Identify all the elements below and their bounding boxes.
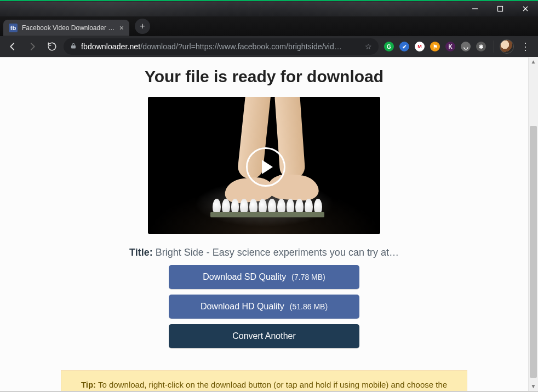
lock-icon — [70, 42, 77, 51]
window-minimize-button[interactable] — [462, 1, 488, 16]
tab-title: Facebook Video Downloader - FB… — [22, 24, 115, 32]
extension-check-icon[interactable]: ✔ — [399, 42, 409, 51]
tip-text: To download, right-click on the download… — [98, 380, 447, 391]
address-bar[interactable]: fbdownloader.net/download/?url=https://w… — [64, 38, 379, 55]
favicon-icon: fb — [9, 24, 18, 32]
page-heading: Your file is ready for download — [145, 67, 384, 86]
browser-tabstrip: fb Facebook Video Downloader - FB… × + — [0, 16, 538, 36]
extension-pocket-icon[interactable]: ◡ — [461, 42, 471, 51]
video-title: Bright Side - Easy science experiments y… — [156, 247, 399, 258]
video-thumbnail[interactable] — [148, 97, 380, 234]
page-content: Your file is ready for download Title: B… — [0, 57, 528, 391]
download-sd-label: Download SD Quality — [203, 272, 286, 282]
play-icon[interactable] — [246, 147, 285, 187]
window-close-button[interactable] — [513, 1, 538, 16]
tip-label: Tip: — [81, 380, 96, 389]
browser-toolbar: fbdownloader.net/download/?url=https://w… — [0, 36, 538, 57]
window-titlebar — [0, 0, 538, 16]
back-button[interactable] — [4, 38, 21, 55]
download-hd-label: Download HD Quality — [201, 302, 284, 312]
browser-tab[interactable]: fb Facebook Video Downloader - FB… × — [3, 20, 129, 36]
extension-orange-icon[interactable]: ⚑ — [430, 42, 440, 51]
extension-gmail-icon[interactable]: M — [415, 42, 425, 51]
forward-button[interactable] — [24, 38, 41, 55]
extension-grammarly-icon[interactable]: G — [384, 42, 394, 51]
convert-another-label: Convert Another — [232, 331, 296, 341]
tab-close-icon[interactable]: × — [119, 24, 124, 32]
scroll-up-arrow-icon[interactable]: ▲ — [529, 57, 538, 66]
window-maximize-button[interactable] — [488, 1, 513, 16]
reload-button[interactable] — [44, 38, 60, 55]
vertical-scrollbar[interactable]: ▲ ▼ — [528, 57, 538, 391]
svg-rect-1 — [498, 7, 503, 11]
new-tab-button[interactable]: + — [135, 19, 150, 34]
extension-shield-icon[interactable]: ✱ — [476, 42, 486, 51]
extension-icons: G ✔ M ⚑ K ◡ ✱ — [382, 42, 488, 51]
browser-menu-button[interactable]: ⋮ — [517, 41, 534, 53]
profile-avatar[interactable] — [500, 39, 514, 54]
tip-box: Tip: To download, right-click on the dow… — [61, 370, 467, 391]
toolbar-separator — [494, 41, 494, 53]
extension-k-icon[interactable]: K — [445, 42, 455, 51]
download-hd-button[interactable]: Download HD Quality (51.86 MB) — [169, 295, 359, 319]
bookmark-star-icon[interactable]: ☆ — [365, 42, 372, 51]
download-sd-size: (7.78 MB) — [291, 273, 325, 281]
download-hd-size: (51.86 MB) — [290, 302, 328, 311]
video-title-row: Title: Bright Side - Easy science experi… — [129, 247, 399, 258]
convert-another-button[interactable]: Convert Another — [169, 324, 359, 348]
scrollbar-thumb[interactable] — [530, 126, 537, 378]
scroll-down-arrow-icon[interactable]: ▼ — [529, 382, 538, 391]
viewport: Your file is ready for download Title: B… — [0, 57, 538, 391]
download-sd-button[interactable]: Download SD Quality (7.78 MB) — [169, 265, 359, 289]
thumbnail-art — [210, 212, 324, 217]
title-label: Title: — [129, 247, 153, 258]
url-text: fbdownloader.net/download/?url=https://w… — [81, 42, 360, 51]
